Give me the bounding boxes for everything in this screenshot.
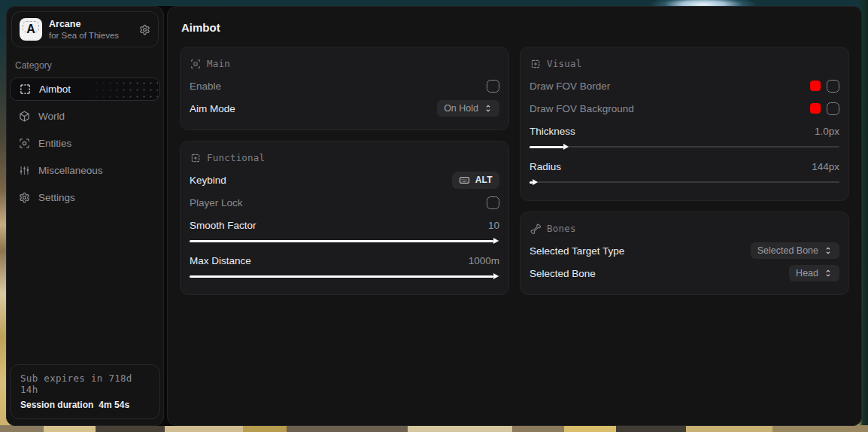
unfold-icon xyxy=(484,104,493,113)
max-distance-value: 1000m xyxy=(469,255,499,266)
sidebar-item-world[interactable]: World xyxy=(10,105,160,128)
smooth-factor-row: Smooth Factor 10 xyxy=(190,214,499,249)
aim-mode-label: Aim Mode xyxy=(190,103,235,114)
session-duration: Session duration 4m 54s xyxy=(20,400,150,410)
card-title: Bones xyxy=(547,223,576,234)
box-icon xyxy=(19,111,30,122)
sub-expires-text: Sub expires in 718d 14h xyxy=(20,373,150,395)
radius-slider[interactable] xyxy=(530,178,839,186)
abacus-icon xyxy=(19,165,30,176)
sidebar-item-label: Settings xyxy=(38,192,75,203)
smooth-factor-value: 10 xyxy=(488,220,499,231)
max-distance-label: Max Distance xyxy=(190,255,251,266)
enable-label: Enable xyxy=(190,81,221,92)
target-type-select[interactable]: Selected Bone xyxy=(751,242,839,259)
max-distance-row: Max Distance 1000m xyxy=(190,249,499,284)
sidebar-item-miscellaneous[interactable]: Miscellaneous xyxy=(10,159,160,182)
fov-background-row: Draw FOV Background xyxy=(530,97,839,120)
keyboard-icon xyxy=(459,175,470,186)
aim-mode-select[interactable]: On Hold xyxy=(437,100,499,117)
sidebar-item-aimbot[interactable]: Aimbot xyxy=(10,78,160,101)
card-title: Visual xyxy=(547,58,581,69)
keybind-label: Keybind xyxy=(190,175,226,186)
thickness-slider[interactable] xyxy=(530,143,839,151)
session-duration-label: Session duration xyxy=(20,400,93,410)
card-main: Main Enable Aim Mode On Hold xyxy=(180,47,509,130)
unfold-icon xyxy=(824,269,833,278)
category-nav: Aimbot World Entities Miscellaneous Sett… xyxy=(7,78,163,209)
fov-border-row: Draw FOV Border xyxy=(530,75,839,97)
app-window: A Arcane for Sea of Thieves Category Aim… xyxy=(6,6,862,426)
radius-row: Radius 144px xyxy=(530,155,839,190)
fov-border-color-swatch[interactable] xyxy=(810,81,821,91)
enable-row: Enable xyxy=(190,75,499,97)
player-lock-label: Player Lock xyxy=(190,197,243,208)
fov-border-label: Draw FOV Border xyxy=(530,81,610,92)
sidebar-item-label: World xyxy=(38,111,65,122)
smooth-factor-slider[interactable] xyxy=(190,237,499,245)
scan-eye-icon xyxy=(19,138,30,149)
max-distance-slider[interactable] xyxy=(190,272,499,280)
aim-mode-value: On Hold xyxy=(444,103,478,114)
sidebar-item-settings[interactable]: Settings xyxy=(10,186,160,209)
card-functional: Functional Keybind ALT Player Lock xyxy=(180,141,509,295)
smooth-factor-label: Smooth Factor xyxy=(190,220,256,231)
card-visual: Visual Draw FOV Border Draw FOV Backgrou… xyxy=(520,47,849,201)
app-name: Arcane xyxy=(49,19,132,29)
selected-bone-select[interactable]: Head xyxy=(789,265,839,281)
slider-thumb xyxy=(493,273,499,279)
thickness-label: Thickness xyxy=(530,126,575,137)
brand-card: A Arcane for Sea of Thieves xyxy=(11,11,159,47)
fov-background-label: Draw FOV Background xyxy=(530,103,634,114)
keybind-button[interactable]: ALT xyxy=(452,172,499,189)
scan-icon xyxy=(20,84,31,95)
enable-checkbox[interactable] xyxy=(487,80,499,93)
keybind-value: ALT xyxy=(475,175,493,185)
session-duration-value: 4m 54s xyxy=(99,400,129,410)
target-type-label: Selected Target Type xyxy=(530,245,624,257)
slider-thumb xyxy=(493,238,499,244)
selected-bone-value: Head xyxy=(796,268,818,278)
target-type-value: Selected Bone xyxy=(757,245,818,256)
card-title: Main xyxy=(207,58,230,69)
gear-icon xyxy=(19,192,30,203)
page-title: Aimbot xyxy=(181,21,849,34)
player-lock-checkbox[interactable] xyxy=(487,196,499,209)
aim-mode-row: Aim Mode On Hold xyxy=(190,97,499,120)
thickness-value: 1.0px xyxy=(815,126,839,137)
plus-square-icon xyxy=(530,59,541,69)
slider-thumb xyxy=(533,179,538,185)
main-panel: Aimbot Main Enable Aim Mode xyxy=(167,6,862,426)
bone-icon xyxy=(530,224,541,234)
sidebar-item-entities[interactable]: Entities xyxy=(10,132,160,155)
fov-border-checkbox[interactable] xyxy=(827,80,839,93)
fov-background-checkbox[interactable] xyxy=(827,102,839,115)
plus-square-icon xyxy=(190,153,201,163)
radius-label: Radius xyxy=(530,161,561,172)
sidebar-item-label: Entities xyxy=(38,138,71,149)
app-logo: A xyxy=(20,18,42,41)
keybind-row: Keybind ALT xyxy=(190,169,499,191)
app-subtitle: for Sea of Thieves xyxy=(49,31,132,40)
fov-background-color-swatch[interactable] xyxy=(810,103,821,114)
target-type-row: Selected Target Type Selected Bone xyxy=(530,239,839,262)
slider-thumb xyxy=(563,144,569,150)
sidebar: A Arcane for Sea of Thieves Category Aim… xyxy=(6,6,164,426)
frame-icon xyxy=(190,59,201,69)
logo-letter: A xyxy=(26,23,35,36)
radius-value: 144px xyxy=(812,161,839,172)
selected-bone-row: Selected Bone Head xyxy=(530,262,839,284)
player-lock-row: Player Lock xyxy=(190,191,499,214)
sidebar-item-label: Miscellaneous xyxy=(38,165,103,176)
selected-bone-label: Selected Bone xyxy=(530,268,596,279)
thickness-row: Thickness 1.0px xyxy=(530,120,839,155)
card-bones: Bones Selected Target Type Selected Bone… xyxy=(520,211,849,295)
card-title: Functional xyxy=(207,152,265,163)
gear-icon[interactable] xyxy=(139,24,150,35)
session-info-card: Sub expires in 718d 14h Session duration… xyxy=(10,364,160,419)
unfold-icon xyxy=(824,246,833,255)
sidebar-item-label: Aimbot xyxy=(39,84,71,95)
category-label: Category xyxy=(15,60,163,71)
